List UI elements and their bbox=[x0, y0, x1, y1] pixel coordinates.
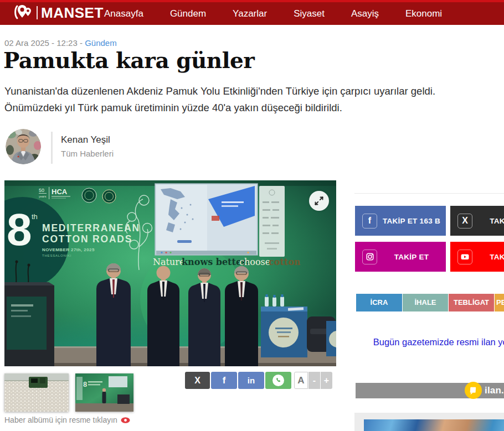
album-caption-text: Haber albümü için resme tıklayın bbox=[4, 416, 117, 424]
stage-photo: 8 bbox=[75, 373, 133, 412]
x-icon: X bbox=[194, 376, 200, 386]
hero-event-city: THESSALONIKI bbox=[42, 254, 71, 257]
conference-photo: 8 th MEDITERRANEAN COTTON ROADS NOVEMBER… bbox=[4, 180, 336, 366]
share-facebook-button[interactable]: f bbox=[211, 372, 237, 389]
author-name[interactable]: Kenan Yeşil bbox=[61, 134, 110, 146]
sidebar-divider bbox=[354, 193, 504, 194]
follow-x-button[interactable]: X TAKİP ET bbox=[450, 206, 504, 236]
article-date: 02 Ara 2025 - 12:23 bbox=[4, 38, 78, 48]
font-size-button[interactable]: A bbox=[294, 372, 308, 389]
youtube-icon bbox=[457, 250, 472, 264]
svg-text:years: years bbox=[39, 195, 47, 198]
tab-tebligat[interactable]: TEBLİGAT bbox=[449, 294, 494, 311]
whatsapp-icon bbox=[272, 375, 284, 386]
hero-event-date: NOVEMBER 27th, 2025 bbox=[42, 247, 95, 252]
tab-ihale[interactable]: İHALE bbox=[403, 294, 448, 311]
slogan-nature: Nature bbox=[153, 257, 184, 267]
hero-edition-number: 8 bbox=[7, 204, 32, 255]
svg-text:HCA: HCA bbox=[52, 188, 68, 196]
linkedin-icon: in bbox=[248, 376, 255, 385]
album-thumbnail-stage[interactable]: 8 bbox=[75, 373, 133, 412]
svg-text:50: 50 bbox=[39, 188, 44, 193]
follow-instagram-button[interactable]: TAKİP ET bbox=[355, 242, 446, 272]
x-icon: X bbox=[457, 214, 472, 229]
share-linkedin-button[interactable]: in bbox=[238, 372, 264, 389]
site-logo-text: MANSET bbox=[41, 6, 104, 20]
sponsor-panel bbox=[259, 186, 285, 257]
author-divider bbox=[51, 132, 53, 164]
nav-item-yazarlar[interactable]: Yazarlar bbox=[233, 8, 267, 19]
article-title: Pamukta kara günler bbox=[3, 48, 254, 73]
ilan-gov-icon bbox=[465, 382, 482, 399]
next-article-image[interactable] bbox=[364, 419, 504, 431]
site-logo[interactable]: MANSET bbox=[14, 4, 104, 20]
facebook-icon: f bbox=[223, 375, 226, 386]
official-notice-text[interactable]: Bugün gazetemizde resmi ilan yoktur bbox=[354, 337, 504, 347]
eye-icon bbox=[121, 417, 130, 423]
cotton-field-photo bbox=[4, 373, 69, 412]
tab-pe[interactable]: PE bbox=[495, 294, 504, 311]
album-thumbnail-cotton-field[interactable] bbox=[4, 373, 69, 412]
article-meta: 02 Ara 2025 - 12:23 - Gündem bbox=[4, 38, 117, 48]
article-category-link[interactable]: Gündem bbox=[85, 38, 117, 48]
follow-youtube-label: TAKİP ET bbox=[472, 253, 504, 261]
plus-icon: + bbox=[324, 376, 329, 386]
minus-icon: - bbox=[313, 376, 316, 386]
author-photo bbox=[6, 129, 41, 164]
facebook-icon: f bbox=[362, 214, 377, 229]
hero-slogan: Nature knows better: choose cotton bbox=[153, 257, 301, 267]
album-caption: Haber albümü için resme tıklayın bbox=[4, 416, 130, 424]
instagram-icon bbox=[362, 250, 377, 264]
article-main-image[interactable]: 8 th MEDITERRANEAN COTTON ROADS NOVEMBER… bbox=[4, 180, 336, 366]
expand-arrows-icon bbox=[312, 194, 326, 208]
slogan-choose: choose bbox=[239, 257, 270, 267]
nav-item-anasayfa[interactable]: Anasayfa bbox=[104, 8, 143, 19]
font-increase-button[interactable]: + bbox=[321, 372, 332, 389]
slogan-cotton: cotton bbox=[269, 257, 301, 267]
manset-pin-icon bbox=[14, 4, 33, 20]
font-size-label: A bbox=[297, 375, 304, 386]
author-all-news-link[interactable]: Tüm Haberleri bbox=[61, 149, 114, 158]
follow-facebook-label: TAKİP ET 163 B bbox=[377, 217, 446, 225]
follow-instagram-label: TAKİP ET bbox=[377, 253, 446, 261]
hero-title-line2: COTTON ROADS bbox=[42, 233, 132, 245]
ilan-gov-bar[interactable]: ilan.gov.tr bbox=[356, 383, 504, 398]
svg-text:8: 8 bbox=[83, 380, 87, 388]
meta-separator: - bbox=[80, 38, 85, 48]
nav-item-gundem[interactable]: Gündem bbox=[170, 8, 206, 19]
nav-item-siyaset[interactable]: Siyaset bbox=[294, 8, 325, 19]
follow-youtube-button[interactable]: TAKİP ET bbox=[450, 242, 504, 272]
hero-edition-suffix: th bbox=[32, 212, 38, 221]
second-table bbox=[326, 321, 336, 356]
projection-screen bbox=[155, 184, 258, 255]
follow-x-label: TAKİP ET bbox=[472, 217, 504, 225]
next-content-panel bbox=[354, 413, 504, 431]
follow-facebook-button[interactable]: f TAKİP ET 163 B bbox=[355, 206, 446, 236]
share-x-button[interactable]: X bbox=[185, 372, 210, 389]
right-sidebar: f TAKİP ET 163 B X TAKİP ET TAKİP ET bbox=[354, 0, 504, 431]
logo-divider bbox=[37, 6, 38, 19]
ilan-gov-text: ilan.gov.tr bbox=[485, 385, 504, 396]
tab-icra[interactable]: İCRA bbox=[356, 294, 402, 311]
author-avatar[interactable] bbox=[6, 129, 41, 164]
share-whatsapp-button[interactable] bbox=[265, 372, 291, 389]
image-expand-button[interactable] bbox=[309, 191, 329, 211]
news-article-page: MANSET Anasayfa Gündem Yazarlar Siyaset … bbox=[0, 0, 504, 431]
font-decrease-button[interactable]: - bbox=[308, 372, 320, 389]
